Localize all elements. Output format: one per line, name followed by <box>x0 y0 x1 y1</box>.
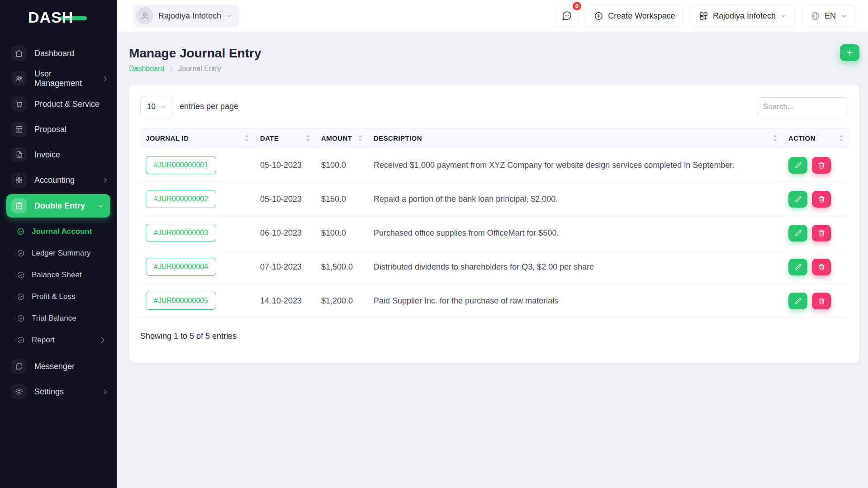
clipboard-check-icon <box>11 198 27 213</box>
description-cell: Purchased office supplies from OfficeMar… <box>368 216 783 250</box>
delete-button[interactable] <box>812 225 831 242</box>
journal-entries-table: JOURNAL ID DATE AMOUNT DESCRIPTION ACTIO… <box>140 128 849 318</box>
edit-button[interactable] <box>788 191 807 208</box>
edit-button[interactable] <box>788 157 807 174</box>
action-cell <box>783 182 849 216</box>
entries-per-page-select[interactable]: 10 <box>140 96 173 117</box>
gear-icon <box>11 384 27 399</box>
sidebar-item-double-entry[interactable]: Double Entry <box>6 194 110 218</box>
edit-button[interactable] <box>788 293 807 309</box>
sidebar-item-messenger[interactable]: Messenger <box>0 354 117 379</box>
chevron-right-icon <box>102 177 109 184</box>
date-cell: 05-10-2023 <box>255 148 316 182</box>
sidebar-subitem-ledger-summary[interactable]: Ledger Summary <box>0 242 117 264</box>
app-root: DASH Dashboard User Management <box>0 0 868 488</box>
messages-button[interactable]: 0 <box>555 5 579 27</box>
description-cell: Repaid a portion of the bank loan princi… <box>368 182 783 216</box>
column-label: DATE <box>260 134 279 142</box>
cart-icon <box>11 96 27 112</box>
column-header-date[interactable]: DATE <box>255 128 316 148</box>
column-header-amount[interactable]: AMOUNT <box>316 128 368 148</box>
chevron-down-icon <box>780 13 787 19</box>
column-label: JOURNAL ID <box>146 134 189 142</box>
action-cell <box>783 250 849 284</box>
edit-button[interactable] <box>788 259 807 275</box>
company-selector[interactable]: Rajodiya Infotech <box>133 5 239 27</box>
add-journal-entry-button[interactable] <box>840 44 859 61</box>
sidebar-subitem-profit-loss[interactable]: Profit & Loss <box>0 286 117 308</box>
delete-button[interactable] <box>812 157 831 174</box>
app-logo[interactable]: DASH <box>0 0 117 34</box>
page-title: Manage Journal Entry <box>129 46 261 61</box>
chevron-down-icon <box>160 104 166 110</box>
circle-check-icon <box>17 227 25 236</box>
language-selector[interactable]: EN <box>802 5 855 27</box>
entries-per-page-value: 10 <box>147 102 156 111</box>
sidebar-item-label: User Management <box>34 69 94 88</box>
amount-cell: $150.0 <box>316 182 368 216</box>
logo-text: DASH <box>28 9 73 26</box>
sidebar-item-accounting[interactable]: Accounting <box>0 167 117 193</box>
chevron-right-icon <box>168 66 174 72</box>
circle-check-icon <box>17 271 25 279</box>
circle-check-icon <box>17 293 25 301</box>
sidebar-item-settings[interactable]: Settings <box>0 379 117 404</box>
layout-icon <box>11 122 27 137</box>
sidebar-item-label: Proposal <box>34 125 66 134</box>
breadcrumb-dashboard-link[interactable]: Dashboard <box>129 65 164 73</box>
breadcrumb: Dashboard Journal Entry <box>129 65 261 73</box>
description-cell: Distributed dividends to shareholders fo… <box>368 250 783 284</box>
top-header: Rajodiya Infotech 0 Create Workspace Raj… <box>117 0 868 32</box>
workspace-selector[interactable]: Rajodiya Infotech <box>691 5 795 27</box>
delete-button[interactable] <box>812 191 831 208</box>
sidebar-subitem-label: Ledger Summary <box>32 249 90 258</box>
column-header-journal-id[interactable]: JOURNAL ID <box>140 128 255 148</box>
create-workspace-button[interactable]: Create Workspace <box>586 5 683 27</box>
edit-button[interactable] <box>788 225 807 242</box>
pencil-icon <box>794 297 802 305</box>
sidebar-subitem-label: Trial Balance <box>32 314 76 323</box>
plus-circle-icon <box>594 11 603 21</box>
sidebar-subitem-journal-account[interactable]: Journal Account <box>0 221 117 242</box>
sidebar-subitem-report[interactable]: Report <box>0 329 117 351</box>
table-row: #JUR000000004 07-10-2023 $1,500.0 Distri… <box>140 250 849 284</box>
sidebar-item-proposal[interactable]: Proposal <box>0 117 117 142</box>
date-cell: 06-10-2023 <box>255 216 316 250</box>
trash-icon <box>818 297 825 305</box>
sidebar-subitem-label: Journal Account <box>32 227 92 236</box>
sidebar-item-product-service[interactable]: Product & Service <box>0 91 117 117</box>
search-input[interactable] <box>757 97 848 116</box>
sidebar-subitem-trial-balance[interactable]: Trial Balance <box>0 308 117 329</box>
amount-cell: $1,200.0 <box>316 284 368 318</box>
journal-id-badge: #JUR000000003 <box>146 224 216 242</box>
workspace-name: Rajodiya Infotech <box>713 11 776 21</box>
sidebar-item-invoice[interactable]: Invoice <box>0 142 117 167</box>
trash-icon <box>818 229 825 237</box>
sidebar-item-label: Invoice <box>34 150 60 160</box>
journal-table-card: 10 entries per page JOURNAL ID D <box>129 85 859 363</box>
sidebar-item-user-management[interactable]: User Management <box>0 66 117 91</box>
date-cell: 07-10-2023 <box>255 250 316 284</box>
delete-button[interactable] <box>812 259 831 275</box>
double-entry-submenu: Journal Account Ledger Summary Balance S… <box>0 219 117 354</box>
column-header-action[interactable]: ACTION <box>783 128 849 148</box>
column-header-description[interactable]: DESCRIPTION <box>368 128 783 148</box>
sidebar-item-label: Dashboard <box>34 49 74 58</box>
entries-per-page-label: entries per page <box>180 102 238 111</box>
amount-cell: $1,500.0 <box>316 250 368 284</box>
delete-button[interactable] <box>812 293 831 309</box>
date-cell: 14-10-2023 <box>255 284 316 318</box>
grid-icon <box>11 172 27 188</box>
sort-icon <box>358 134 363 142</box>
journal-id-badge: #JUR000000001 <box>146 156 216 174</box>
circle-check-icon <box>17 336 25 344</box>
action-cell <box>783 216 849 250</box>
sidebar-nav: Dashboard User Management Product & Serv… <box>0 34 117 404</box>
breadcrumb-current: Journal Entry <box>178 65 221 73</box>
column-label: AMOUNT <box>321 134 352 142</box>
sidebar-item-dashboard[interactable]: Dashboard <box>0 41 117 66</box>
amount-cell: $100.0 <box>316 216 368 250</box>
header-actions: 0 Create Workspace Rajodiya Infotech EN <box>555 5 855 27</box>
table-row: #JUR000000005 14-10-2023 $1,200.0 Paid S… <box>140 284 849 318</box>
sidebar-subitem-balance-sheet[interactable]: Balance Sheet <box>0 264 117 286</box>
